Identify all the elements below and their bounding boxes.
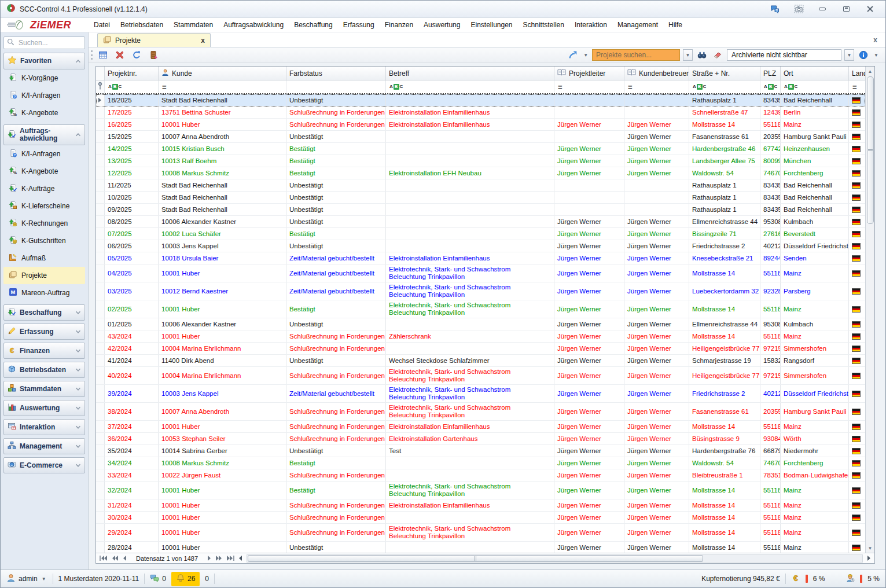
nav-prev-button[interactable] — [121, 556, 128, 561]
nav-last-button[interactable] — [225, 556, 236, 561]
filter-cell-status[interactable] — [286, 80, 386, 93]
vertical-scrollbar[interactable]: ▲ ▼ — [865, 67, 874, 553]
user-menu[interactable]: admin ▼ — [6, 574, 47, 585]
help-chat-icon[interactable]: ? — [765, 3, 785, 16]
table-row[interactable]: 01/202510006 Alexander KastnerUnbestätig… — [96, 318, 865, 330]
sidebar-group-favoriten[interactable]: Favoriten — [3, 53, 85, 69]
column-header-kb[interactable]: Kundenbetreuer — [624, 67, 689, 80]
hscroll-left-icon[interactable] — [237, 556, 244, 561]
menu-einstellungen[interactable]: Einstellungen — [465, 21, 517, 29]
sidebar-group-management[interactable]: Management — [3, 438, 85, 454]
sidebar-group-interaktion[interactable]: Interaktion — [3, 419, 85, 435]
menu-erfassung[interactable]: Erfassung — [338, 21, 380, 29]
jump-dropdown-arrow[interactable]: ▼ — [582, 53, 589, 58]
table-row[interactable]: 34/202410008 Markus SchmitzBestätigtJürg… — [96, 457, 865, 469]
table-row[interactable]: 39/202410003 Jens KappelZeit/Material ge… — [96, 385, 865, 403]
table-row[interactable]: 11/2025Stadt Bad ReichenhallUnbestätigtR… — [96, 179, 865, 192]
horizontal-scrollbar[interactable] — [247, 554, 863, 563]
table-row[interactable]: 02/202510001 HuberBestätigtElektrotechni… — [96, 300, 865, 318]
restore-button[interactable] — [836, 3, 856, 16]
table-row[interactable]: 30/202410001 HuberSchlußrechnung in Ford… — [96, 512, 865, 524]
archive-filter-arrow[interactable]: ▼ — [844, 49, 854, 61]
delete-button[interactable] — [113, 49, 126, 61]
menu-finanzen[interactable]: Finanzen — [380, 21, 418, 29]
table-row[interactable]: 38/202410007 Anna AbendrothSchlußrechnun… — [96, 403, 865, 421]
filter-cell-str[interactable]: ABC — [689, 80, 760, 93]
alert-counter[interactable]: 26 — [171, 572, 200, 586]
column-header-nr[interactable]: Projektnr. — [105, 67, 159, 80]
grid-view-button[interactable] — [97, 49, 109, 61]
column-header-ort[interactable]: Ort — [781, 67, 849, 80]
sidebar-item-k-lieferscheine[interactable]: K-Lieferscheine — [3, 197, 85, 215]
sidebar-item-k-gutschriften[interactable]: K-Gutschriften — [3, 232, 85, 249]
table-row[interactable]: 10/2025Stadt Bad ReichenhallUnbestätigtR… — [96, 192, 865, 204]
archive-filter-select[interactable]: Archivierte nicht sichtbar — [727, 49, 841, 61]
table-row[interactable]: 13/202510013 Ralf BoehmBestätigtJürgen W… — [96, 155, 865, 167]
menu-interaktion[interactable]: Interaktion — [569, 21, 612, 29]
column-header-status[interactable]: Farbstatus — [286, 67, 386, 80]
column-header-kunde[interactable]: Kunde — [159, 67, 286, 80]
sidebar-search-input[interactable] — [17, 38, 82, 47]
refresh-button[interactable] — [130, 49, 143, 61]
filter-cell-betreff[interactable]: ABC — [386, 80, 554, 93]
table-row[interactable]: 16/202510001 HuberSchlußrechnung in Ford… — [96, 119, 865, 131]
menu-schnittstellen[interactable]: Schnittstellen — [518, 21, 569, 29]
sidebar-item-k-vorgänge[interactable]: K-Vorgänge — [3, 69, 85, 87]
scroll-down-icon[interactable]: ▼ — [866, 543, 875, 553]
filter-cell-nr[interactable]: ABC — [105, 80, 159, 93]
nav-next-page-button[interactable] — [214, 556, 224, 561]
tab-projekte[interactable]: Projekte x — [97, 33, 211, 47]
sidebar-item-k-rechnungen[interactable]: K-Rechnungen — [3, 215, 85, 232]
filter-pin[interactable] — [96, 80, 105, 93]
minimize-button[interactable] — [813, 3, 832, 16]
sidebar-group-finanzen[interactable]: € Finanzen — [3, 343, 85, 359]
sidebar-group-beschaffung[interactable]: Beschaffung — [3, 304, 85, 321]
column-header-betreff[interactable]: Betreff — [386, 67, 554, 80]
column-header-plz[interactable]: PLZ — [760, 67, 781, 80]
binoculars-icon[interactable] — [696, 49, 708, 61]
vertical-scroll-thumb[interactable] — [867, 76, 874, 224]
table-row[interactable]: 28/202410001 HuberUnbestätigtJürgen Wern… — [96, 542, 865, 553]
info-icon[interactable] — [857, 49, 870, 61]
table-row[interactable]: 42/202410004 Marina EhrlichmannSchlußrec… — [96, 343, 865, 355]
filter-cell-ort[interactable]: ABC — [781, 80, 849, 93]
hscroll-right-icon[interactable] — [865, 556, 873, 561]
table-row[interactable]: 15/202510007 Anna AbendrothUnbestätigtJü… — [96, 131, 865, 143]
sidebar-item-k-angebote[interactable]: % K-Angebote — [3, 104, 85, 122]
search-dropdown-arrow[interactable]: ▼ — [683, 49, 693, 61]
menu-beschaffung[interactable]: Beschaffung — [289, 21, 338, 29]
table-row[interactable]: 14/202510015 Kristian BuschBestätigtJürg… — [96, 143, 865, 155]
nav-first-button[interactable] — [98, 556, 109, 561]
table-row[interactable]: 08/202510006 Alexander KastnerUnbestätig… — [96, 216, 865, 228]
menu-auswertung[interactable]: Auswertung — [418, 21, 465, 29]
sidebar-group-stammdaten[interactable]: Stammdaten — [3, 381, 85, 397]
table-row[interactable]: 07/202510002 Luca SchäferBestätigtJürgen… — [96, 228, 865, 240]
column-header-str[interactable]: Straße + Nr. — [689, 67, 760, 80]
table-row[interactable]: 18/2025Stadt Bad ReichenhallUnbestätigtR… — [96, 94, 865, 106]
filter-cell-pl[interactable]: = — [554, 80, 624, 93]
sidebar-group-erfassung[interactable]: Erfassung — [3, 324, 85, 340]
filter-cell-kunde[interactable]: = — [159, 80, 286, 93]
archive-button[interactable] — [147, 49, 160, 61]
table-row[interactable]: 35/202410014 Sabrina GerberUnbestätigtTe… — [96, 445, 865, 457]
table-row[interactable]: 17/202513751 Bettina SchusterSchlußrechn… — [96, 106, 865, 119]
sidebar-item-mareon-auftrag[interactable]: M Mareon-Auftrag — [3, 284, 85, 302]
sidebar-group-auftrags-abwicklung[interactable]: Auftrags- abwicklung — [3, 124, 85, 145]
filter-cell-land[interactable]: = — [849, 80, 865, 93]
menu-stammdaten[interactable]: Stammdaten — [168, 21, 218, 29]
menu-datei[interactable]: Datei — [89, 21, 115, 29]
scroll-up-icon[interactable]: ▲ — [866, 67, 875, 76]
table-row[interactable]: 06/202510003 Jens KappelUnbestätigtJürge… — [96, 240, 865, 252]
table-row[interactable]: 04/202510001 HuberZeit/Material gebucht/… — [96, 264, 865, 282]
table-row[interactable]: 36/202410053 Stephan SeilerSchlußrechnun… — [96, 433, 865, 445]
tab-close-icon[interactable]: x — [201, 37, 205, 44]
sidebar-item-aufmaß[interactable]: Aufmaß — [3, 249, 85, 267]
project-search-input[interactable]: Projekte suchen... — [592, 49, 680, 61]
filter-cell-kb[interactable]: = — [624, 80, 689, 93]
sidebar-item-projekte[interactable]: Projekte — [3, 267, 85, 284]
sidebar-group-auswertung[interactable]: Auswertung — [3, 400, 85, 416]
column-header-land[interactable]: Land — [849, 67, 865, 80]
sidebar-item-k-i-anfragen[interactable]: ? K/I-Anfragen — [3, 145, 85, 163]
table-row[interactable]: 31/202410001 HuberSchlußrechnung in Ford… — [96, 499, 865, 512]
table-row[interactable]: 12/202510008 Markus SchmitzBestätigtElek… — [96, 167, 865, 179]
